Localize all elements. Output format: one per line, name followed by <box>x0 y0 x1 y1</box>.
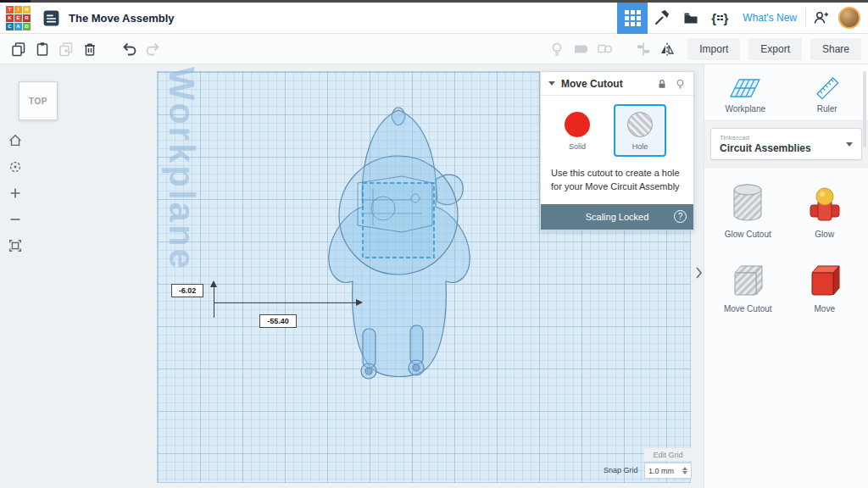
collapse-panel-icon[interactable] <box>548 81 555 86</box>
move-cutout-icon <box>728 261 767 300</box>
chevron-down-icon <box>846 142 853 147</box>
ruler-tool[interactable]: Ruler <box>787 71 868 120</box>
workplane-icon <box>729 75 761 102</box>
design-title[interactable]: The Move Assembly <box>69 12 175 25</box>
sidebar-tools-row: Workplane Ruler <box>704 64 868 120</box>
orbit-view-icon[interactable] <box>5 157 25 177</box>
window-top-edge <box>0 0 868 3</box>
view-cube[interactable]: TOP <box>19 81 58 120</box>
solid-swatch-icon <box>565 112 590 137</box>
workplane-watermark: Workplane <box>161 67 202 271</box>
3d-design-view-button[interactable] <box>617 3 648 34</box>
visibility-lightbulb-icon[interactable] <box>675 78 686 90</box>
whats-new-link[interactable]: What's New <box>743 12 797 24</box>
inspector-header[interactable]: Move Cutout <box>541 72 693 96</box>
sidebar-scrollbar[interactable] <box>863 71 866 147</box>
zoom-in-icon[interactable] <box>5 183 25 203</box>
group-icon[interactable] <box>569 37 593 61</box>
delete-icon[interactable] <box>78 37 102 61</box>
logo-tile: I <box>14 6 22 14</box>
category-name: Circuit Assemblies <box>720 142 811 155</box>
logo-tile: A <box>14 23 22 30</box>
part-glow[interactable]: Glow <box>787 181 864 239</box>
part-move-cutout[interactable]: Move Cutout <box>709 261 787 313</box>
import-button[interactable]: Import <box>687 38 740 60</box>
zoom-out-icon[interactable] <box>5 209 25 230</box>
redo-icon[interactable] <box>141 37 164 61</box>
share-button[interactable]: Share <box>810 38 861 60</box>
logo-tile: E <box>14 14 22 22</box>
ungroup-icon[interactable] <box>593 37 616 61</box>
top-bar: T I N K E R C A D The Move Assembly <box>0 3 868 34</box>
view-nav-column <box>5 130 25 256</box>
logo-tile: N <box>23 6 31 14</box>
snap-grid-label: Snap Grid <box>604 466 638 474</box>
export-button[interactable]: Export <box>748 38 802 60</box>
lock-icon[interactable] <box>656 78 668 90</box>
part-move[interactable]: Move <box>787 261 864 313</box>
grid-icon <box>625 10 641 26</box>
inspector-title: Move Cutout <box>561 78 623 90</box>
solid-option[interactable]: Solid <box>551 104 604 157</box>
user-avatar[interactable] <box>838 7 860 29</box>
logo-tile: K <box>6 14 14 22</box>
workplane-tool[interactable]: Workplane <box>704 71 787 120</box>
edit-toolbar: Import Export Share <box>0 34 868 64</box>
snap-grid-spinner-icon[interactable] <box>682 467 687 474</box>
logo-tile: D <box>23 23 31 30</box>
sidebar-collapse-icon[interactable] <box>693 264 704 281</box>
tinkercad-logo[interactable]: T I N K E R C A D <box>6 6 31 30</box>
category-brand: Tinkercad <box>720 134 811 142</box>
solid-hole-options: Solid Hole <box>541 96 693 160</box>
view-cube-face-label: TOP <box>29 97 47 106</box>
selection-box[interactable] <box>363 183 434 258</box>
move-assembly-object[interactable] <box>302 98 497 391</box>
copy-icon[interactable] <box>7 37 31 61</box>
inspector-description: Use this cutout to create a hole for you… <box>541 160 693 204</box>
mirror-icon[interactable] <box>655 37 679 61</box>
scaling-locked-bar: Scaling Locked ? <box>541 204 693 230</box>
category-band: Tinkercad Circuit Assemblies <box>704 120 868 168</box>
help-question-icon[interactable]: ? <box>674 210 687 223</box>
hole-swatch-icon <box>627 112 653 137</box>
invite-person-icon[interactable] <box>806 3 835 34</box>
dimension-line-horizontal <box>214 302 358 303</box>
hole-option[interactable]: Hole <box>614 104 666 157</box>
dimension-value-x[interactable]: -55.40 <box>259 314 297 328</box>
logo-tile: T <box>6 6 14 14</box>
shape-inspector-panel: Move Cutout Solid Hole <box>540 71 694 230</box>
move-icon <box>805 261 844 300</box>
part-glow-cutout[interactable]: Glow Cutout <box>709 181 787 239</box>
dimension-value-y[interactable]: -6.02 <box>171 284 203 297</box>
fit-view-icon[interactable] <box>5 236 25 256</box>
snap-grid-select[interactable]: 1.0 mm <box>644 463 692 479</box>
glow-icon <box>805 181 844 225</box>
align-icon[interactable] <box>632 37 655 61</box>
glow-cutout-icon <box>729 181 766 225</box>
logo-tile: R <box>23 14 31 22</box>
duplicate-icon[interactable] <box>54 37 78 61</box>
show-all-lightbulb-icon[interactable] <box>545 37 569 61</box>
tinkercad-app: T I N K E R C A D The Move Assembly <box>0 0 868 488</box>
tools-hammer-icon[interactable] <box>648 3 676 34</box>
home-view-icon[interactable] <box>5 130 25 151</box>
folder-icon[interactable] <box>676 3 705 34</box>
code-blocks-icon[interactable]: {} <box>705 3 734 34</box>
ruler-icon <box>813 75 842 102</box>
undo-icon[interactable] <box>117 37 141 61</box>
logo-tile: C <box>6 23 14 30</box>
paste-icon[interactable] <box>31 37 54 61</box>
edit-grid-button[interactable]: Edit Grid <box>644 448 692 461</box>
shape-category-dropdown[interactable]: Tinkercad Circuit Assemblies <box>710 128 862 160</box>
parts-grid: Glow Cutout Glow <box>704 168 868 322</box>
dimension-arrow-right <box>356 299 363 306</box>
shapes-sidebar: Workplane Ruler Tinkercad Circuit Assemb… <box>704 64 868 488</box>
document-properties-icon[interactable] <box>40 7 62 29</box>
